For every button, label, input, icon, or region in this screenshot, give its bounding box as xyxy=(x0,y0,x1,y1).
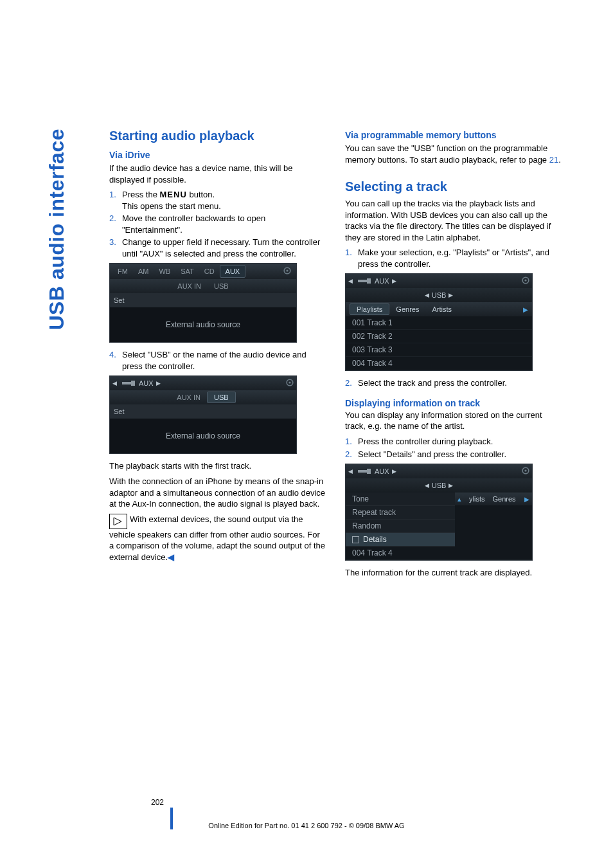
subtab-usb: USB xyxy=(207,392,236,403)
svg-rect-11 xyxy=(358,470,367,473)
nav-usb-label: USB xyxy=(432,291,447,299)
svg-rect-2 xyxy=(122,382,131,384)
heading-displaying-info: Displaying information on track xyxy=(345,398,562,408)
step-text: Make your selection, e.g. "Playlists" or… xyxy=(358,247,562,269)
subtab-auxin: AUX IN xyxy=(170,392,207,402)
screen-body-text: External audio source xyxy=(110,419,296,453)
right-arrow-icon: ▶ xyxy=(154,380,163,386)
step-text: Select "Details" and press the controlle… xyxy=(358,449,562,460)
steps-list: 1. Press the MENU button. This opens the… xyxy=(109,189,326,259)
left-arrow-icon: ◀ xyxy=(346,468,355,475)
page-ref-link[interactable]: 21 xyxy=(549,155,558,165)
checkbox-icon xyxy=(352,536,359,543)
tab-sat: SAT xyxy=(175,266,199,277)
idrive-screenshot-playlists: ◀ AUX ▶ ◀ USB ▶ Playlists Genres Artis xyxy=(345,273,533,371)
plug-icon xyxy=(358,468,372,475)
idrive-screenshot-usb-select: ◀ AUX ▶ AUX IN USB Set External audio so… xyxy=(109,375,297,454)
svg-point-10 xyxy=(524,280,526,282)
step-text: Move the controller backwards to open "E… xyxy=(122,213,326,235)
plug-icon xyxy=(122,380,136,386)
menu-details: Details xyxy=(346,533,455,547)
screen-body-text: External audio source xyxy=(110,307,296,342)
scroll-left-icon: ▴ xyxy=(458,495,461,503)
svg-rect-12 xyxy=(367,469,371,474)
left-column: Starting audio playback Via iDrive If th… xyxy=(109,129,326,583)
svg-point-1 xyxy=(286,270,288,272)
right-arrow-icon: ▶ xyxy=(389,468,399,475)
svg-rect-3 xyxy=(131,381,135,386)
right-arrow-icon: ▶ xyxy=(446,482,456,489)
step-text: Select the track and press the controlle… xyxy=(358,377,562,389)
gear-icon xyxy=(520,275,532,287)
gear-icon xyxy=(282,266,294,277)
step-number: 2. xyxy=(345,377,358,389)
step-text: Select "USB" or the name of the audio de… xyxy=(122,349,326,372)
end-arrow-icon: ◀ xyxy=(168,552,174,562)
right-column: Via programmable memory buttons You can … xyxy=(345,129,562,583)
tab-fm: FM xyxy=(112,266,133,277)
track-row: 003 Track 3 xyxy=(346,343,532,357)
tab-am: AM xyxy=(133,266,154,277)
step-text: Change to upper field if necessary. Turn… xyxy=(122,237,326,259)
svg-point-5 xyxy=(289,382,290,384)
left-arrow-icon: ◀ xyxy=(110,380,120,386)
track-row: 004 Track 4 xyxy=(346,547,532,560)
side-tab-title: USB audio interface xyxy=(45,129,69,330)
svg-rect-7 xyxy=(358,280,367,282)
step-text: Press the MENU button. This opens the st… xyxy=(122,189,326,212)
step-number: 3. xyxy=(109,237,122,259)
tab-artists: Artists xyxy=(425,304,458,314)
menu-repeat: Repeat track xyxy=(346,506,455,520)
set-row: Set xyxy=(110,293,296,307)
tab-playlists: Playlists xyxy=(350,303,389,315)
footer-line: Online Edition for Part no. 01 41 2 600 … xyxy=(0,822,613,829)
left-arrow-icon: ◀ xyxy=(422,292,432,298)
paragraph-info-displayed: The information for the current track ar… xyxy=(345,567,562,579)
paragraph-displaying-info: You can display any information stored o… xyxy=(345,410,562,432)
note-paragraph: With external devices, the sound output … xyxy=(109,514,326,563)
scroll-right-icon: ▶ xyxy=(523,306,528,313)
subtab-usb: USB xyxy=(208,281,235,291)
step-number: 1. xyxy=(345,436,358,448)
plug-icon xyxy=(358,278,372,284)
nav-aux-label: AUX xyxy=(139,379,154,387)
scroll-right-icon: ▶ xyxy=(524,496,529,503)
menu-tone: Tone xyxy=(346,493,455,506)
svg-rect-8 xyxy=(367,278,371,284)
track-row: 001 Track 1 xyxy=(346,316,532,330)
idrive-screenshot-details: ◀ AUX ▶ ◀ USB ▶ Tone Repeat track xyxy=(345,464,533,561)
track-row: 002 Track 2 xyxy=(346,330,532,343)
gear-icon xyxy=(520,466,532,477)
gear-icon xyxy=(285,377,296,389)
tab-cd: CD xyxy=(199,266,220,277)
heading-via-memory-buttons: Via programmable memory buttons xyxy=(345,130,562,140)
idrive-screenshot-source-select: FM AM WB SAT CD AUX AUX IN USB Set Exter… xyxy=(109,263,297,343)
menu-button-label: MENU xyxy=(160,190,187,199)
track-row: 004 Track 4 xyxy=(346,357,532,370)
paragraph-playback-starts: The playback starts with the first track… xyxy=(109,460,326,472)
display-steps-list: 1. Press the controller during playback.… xyxy=(345,436,562,460)
left-arrow-icon: ◀ xyxy=(346,278,355,284)
subtab-auxin: AUX IN xyxy=(171,281,208,291)
tab-ylists: ylists xyxy=(465,494,488,503)
nav-aux-label: AUX xyxy=(375,277,389,285)
paragraph-selecting-track: You can call up the tracks via the playb… xyxy=(345,198,562,243)
heading-selecting-track: Selecting a track xyxy=(345,179,562,194)
step-number: 4. xyxy=(109,349,122,372)
steps-list-cont: 4. Select "USB" or the name of the audio… xyxy=(109,349,326,372)
set-row: Set xyxy=(110,404,296,419)
paragraph-intro: If the audio device has a device name, t… xyxy=(109,163,326,185)
svg-point-14 xyxy=(524,470,526,472)
heading-starting-audio-playback: Starting audio playback xyxy=(109,129,326,143)
select-steps-list: 1. Make your selection, e.g. "Playlists"… xyxy=(345,247,562,269)
right-arrow-icon: ▶ xyxy=(446,292,456,298)
tab-genres: Genres xyxy=(389,304,425,314)
nav-usb-label: USB xyxy=(432,482,447,489)
nav-aux-label: AUX xyxy=(375,467,389,475)
page-number: 202 xyxy=(151,798,164,807)
menu-random: Random xyxy=(346,520,455,533)
step-number: 1. xyxy=(109,189,122,212)
select-steps-list-2: 2. Select the track and press the contro… xyxy=(345,377,562,389)
step-text: Press the controller during playback. xyxy=(358,436,562,448)
svg-marker-6 xyxy=(114,518,121,525)
